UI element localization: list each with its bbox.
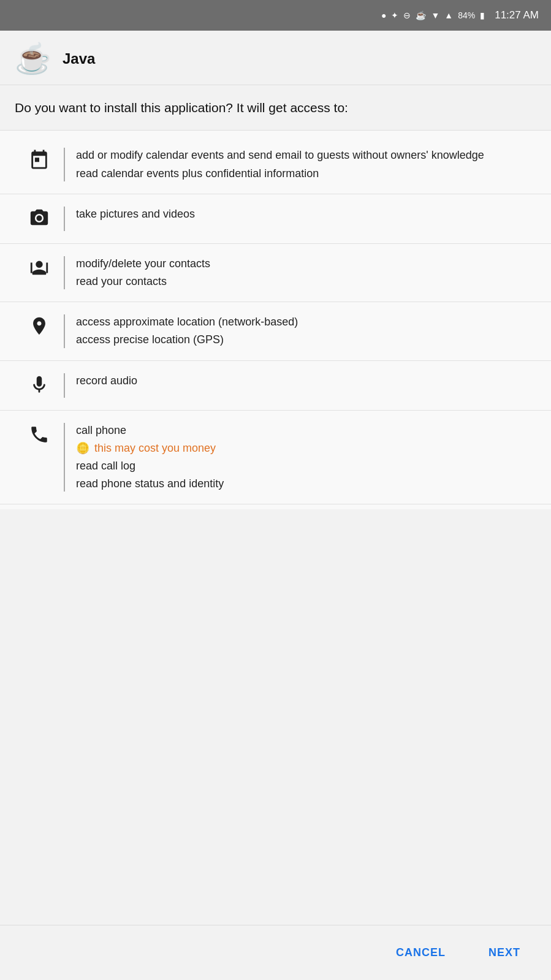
permission-item: modify/delete your contactsread your con… (0, 244, 551, 302)
wifi-icon: ▼ (431, 10, 439, 20)
camera-icon (15, 207, 64, 229)
permission-warning: 🪙this may cost you money (76, 441, 536, 456)
permission-divider (64, 148, 65, 181)
permission-divider (64, 423, 65, 492)
calendar-icon (15, 148, 64, 170)
bottom-bar: CANCEL NEXT (0, 925, 551, 980)
signal-icon: ▲ (444, 10, 453, 20)
permission-line: read call log (76, 458, 536, 474)
bluetooth-icon: ✦ (391, 10, 398, 20)
permission-divider (64, 373, 65, 398)
permission-line: call phone (76, 423, 536, 438)
location-icon (15, 314, 64, 336)
permission-line: access precise location (GPS) (76, 332, 536, 348)
permission-text-col: take pictures and videos (76, 207, 536, 222)
permission-text-col: modify/delete your contactsread your con… (76, 256, 536, 289)
permission-line: modify/delete your contacts (76, 256, 536, 272)
status-time: 11:27 AM (495, 9, 539, 21)
permission-divider (64, 207, 65, 231)
permission-item: take pictures and videos (0, 194, 551, 244)
permission-line: take pictures and videos (76, 207, 536, 222)
microphone-icon (15, 373, 64, 395)
permissions-list: add or modify calendar events and send e… (0, 131, 551, 509)
contacts-icon (15, 256, 64, 278)
permission-item: access approximate location (network-bas… (0, 302, 551, 360)
permission-line: read calendar events plus confidential i… (76, 166, 536, 181)
permission-text-col: access approximate location (network-bas… (76, 314, 536, 348)
permission-text-col: call phone🪙this may cost you moneyread c… (76, 423, 536, 492)
warning-coin-icon: 🪙 (76, 441, 89, 456)
app-header: ☕ Java (0, 31, 551, 85)
permission-item: add or modify calendar events and send e… (0, 135, 551, 194)
battery-percent: 84% (458, 10, 475, 20)
permission-line: read your contacts (76, 274, 536, 289)
permission-line: read phone status and identity (76, 476, 536, 492)
permission-line: access approximate location (network-bas… (76, 314, 536, 330)
permission-item: record audio (0, 361, 551, 411)
permission-item: call phone🪙this may cost you moneyread c… (0, 411, 551, 505)
next-button[interactable]: NEXT (476, 938, 533, 968)
app-name: Java (63, 50, 95, 67)
warning-text: this may cost you money (94, 441, 216, 456)
phone-icon (15, 423, 64, 445)
cancel-button[interactable]: CANCEL (384, 938, 458, 968)
permission-line: record audio (76, 373, 536, 389)
permission-text-col: add or modify calendar events and send e… (76, 148, 536, 181)
permission-divider (64, 256, 65, 289)
permission-divider (64, 314, 65, 348)
status-bar: ● ✦ ⊖ ☕ ▼ ▲ 84% ▮ 11:27 AM (0, 0, 551, 31)
question-section: Do you want to install this application?… (0, 85, 551, 131)
location-status-icon: ● (381, 10, 386, 20)
minus-icon: ⊖ (403, 10, 411, 20)
status-icons: ● ✦ ⊖ ☕ ▼ ▲ 84% ▮ (381, 10, 485, 20)
permission-line: add or modify calendar events and send e… (76, 148, 536, 163)
permission-text-col: record audio (76, 373, 536, 389)
app-icon: ☕ (15, 44, 51, 74)
permissions-list-wrapper: add or modify calendar events and send e… (0, 131, 551, 558)
question-text: Do you want to install this application?… (15, 99, 536, 116)
battery-icon: ▮ (480, 10, 485, 20)
alarm-icon: ☕ (416, 10, 426, 20)
